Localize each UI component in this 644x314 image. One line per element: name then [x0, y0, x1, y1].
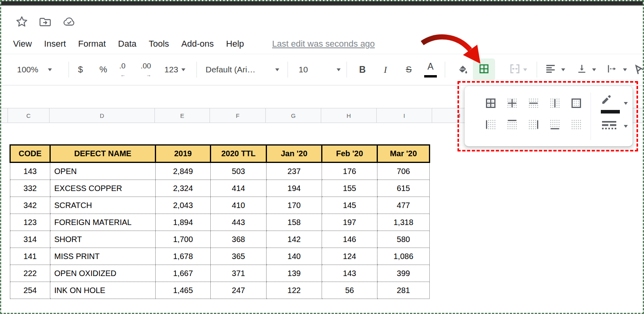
- menu-item-view[interactable]: View: [13, 39, 32, 49]
- table-cell[interactable]: 56: [322, 282, 377, 299]
- font-size-select[interactable]: 10: [296, 54, 341, 85]
- table-cell[interactable]: 342: [10, 197, 50, 214]
- table-cell[interactable]: 146: [322, 231, 377, 248]
- star-icon[interactable]: [15, 15, 28, 28]
- column-header-i[interactable]: I: [377, 108, 432, 123]
- table-cell[interactable]: 332: [10, 180, 50, 197]
- table-cell[interactable]: 222: [10, 265, 50, 282]
- zoom-select[interactable]: 100%: [17, 54, 52, 85]
- table-cell[interactable]: 155: [322, 180, 377, 197]
- format-currency-button[interactable]: $: [78, 54, 83, 85]
- table-header-cell[interactable]: 2019: [156, 145, 211, 163]
- table-cell[interactable]: 706: [377, 163, 430, 180]
- menu-item-data[interactable]: Data: [118, 39, 136, 49]
- table-cell[interactable]: 254: [10, 282, 50, 299]
- table-cell[interactable]: 197: [322, 214, 377, 231]
- column-header-c[interactable]: C: [8, 108, 50, 123]
- table-cell[interactable]: 2,043: [156, 197, 211, 214]
- menu-item-format[interactable]: Format: [78, 39, 106, 49]
- table-cell[interactable]: 615: [377, 180, 430, 197]
- table-cell[interactable]: 237: [267, 163, 322, 180]
- table-cell[interactable]: SHORT: [50, 231, 156, 248]
- decrease-decimal-button[interactable]: .0←: [119, 54, 126, 85]
- last-edit-link[interactable]: Last edit was seconds ago: [272, 39, 375, 49]
- table-cell[interactable]: 194: [267, 180, 322, 197]
- font-select[interactable]: Default (Ari…: [206, 54, 279, 85]
- table-cell[interactable]: OPEN: [50, 163, 156, 180]
- table-cell[interactable]: 123: [10, 214, 50, 231]
- menu-item-add-ons[interactable]: Add-ons: [181, 39, 214, 49]
- table-cell[interactable]: 176: [322, 163, 377, 180]
- vertical-align-dropdown[interactable]: [592, 54, 596, 85]
- table-cell[interactable]: 139: [267, 265, 322, 282]
- table-cell[interactable]: 365: [211, 248, 267, 265]
- bold-button[interactable]: B: [356, 54, 369, 85]
- table-cell[interactable]: 1,894: [156, 214, 211, 231]
- table-cell[interactable]: 314: [10, 231, 50, 248]
- menu-item-tools[interactable]: Tools: [149, 39, 169, 49]
- menu-item-help[interactable]: Help: [226, 39, 244, 49]
- table-cell[interactable]: 580: [377, 231, 430, 248]
- table-cell[interactable]: INK ON HOLE: [50, 282, 156, 299]
- table-cell[interactable]: 1,465: [156, 282, 211, 299]
- column-header-h[interactable]: H: [321, 108, 377, 123]
- text-wrap-button[interactable]: [605, 54, 619, 85]
- table-cell[interactable]: 247: [211, 282, 267, 299]
- table-cell[interactable]: 141: [10, 248, 50, 265]
- table-cell[interactable]: 503: [211, 163, 267, 180]
- table-cell[interactable]: 477: [377, 197, 430, 214]
- table-cell[interactable]: 170: [267, 197, 322, 214]
- table-cell[interactable]: 443: [211, 214, 267, 231]
- table-cell[interactable]: FOREIGN MATERIAL: [50, 214, 156, 231]
- table-cell[interactable]: 142: [267, 231, 322, 248]
- column-header-f[interactable]: F: [210, 108, 266, 123]
- table-cell[interactable]: SCRATCH: [50, 197, 156, 214]
- table-cell[interactable]: OPEN OXIDIZED: [50, 265, 156, 282]
- move-to-folder-icon[interactable]: [38, 15, 52, 28]
- table-header-cell[interactable]: Mar '20: [377, 145, 430, 163]
- table-cell[interactable]: 1,678: [156, 248, 211, 265]
- table-cell[interactable]: 2,849: [156, 163, 211, 180]
- table-cell[interactable]: 410: [211, 197, 267, 214]
- table-cell[interactable]: 140: [267, 248, 322, 265]
- table-header-cell[interactable]: DEFECT NAME: [50, 145, 156, 163]
- table-header-cell[interactable]: 2020 TTL: [211, 145, 267, 163]
- table-cell[interactable]: EXCESS COPPER: [50, 180, 156, 197]
- table-cell[interactable]: 158: [267, 214, 322, 231]
- horizontal-align-button[interactable]: [543, 54, 558, 85]
- table-cell[interactable]: 124: [322, 248, 377, 265]
- increase-decimal-button[interactable]: .00→: [141, 54, 151, 85]
- table-cell[interactable]: 368: [211, 231, 267, 248]
- table-cell[interactable]: 1,086: [377, 248, 430, 265]
- table-cell[interactable]: 371: [211, 265, 267, 282]
- more-formats-button[interactable]: 123: [164, 54, 185, 85]
- table-cell[interactable]: 122: [267, 282, 322, 299]
- column-header-e[interactable]: E: [155, 108, 210, 123]
- text-wrap-dropdown[interactable]: [623, 54, 627, 85]
- table-cell[interactable]: 143: [10, 163, 50, 180]
- format-percent-button[interactable]: %: [99, 54, 107, 85]
- text-rotation-button[interactable]: [632, 54, 644, 85]
- cloud-saved-icon[interactable]: [62, 15, 76, 28]
- table-cell[interactable]: MISS PRINT: [50, 248, 156, 265]
- table-cell[interactable]: 143: [322, 265, 377, 282]
- table-cell[interactable]: 1,700: [156, 231, 211, 248]
- menu-item-insert[interactable]: Insert: [44, 39, 66, 49]
- column-header-g[interactable]: G: [266, 108, 321, 123]
- horizontal-align-dropdown[interactable]: [561, 54, 565, 85]
- table-cell[interactable]: 399: [377, 265, 430, 282]
- column-header-d[interactable]: D: [50, 108, 155, 123]
- table-cell[interactable]: 1,318: [377, 214, 430, 231]
- merge-cells-dropdown[interactable]: [523, 54, 527, 85]
- table-cell[interactable]: 414: [211, 180, 267, 197]
- table-cell[interactable]: 281: [377, 282, 430, 299]
- merge-cells-button[interactable]: [507, 54, 523, 85]
- table-cell[interactable]: 1,667: [156, 265, 211, 282]
- italic-button[interactable]: I: [379, 54, 392, 85]
- vertical-align-button[interactable]: [575, 54, 589, 85]
- table-header-cell[interactable]: Jan '20: [267, 145, 322, 163]
- table-cell[interactable]: 145: [322, 197, 377, 214]
- table-cell[interactable]: 2,324: [156, 180, 211, 197]
- table-header-cell[interactable]: Feb '20: [322, 145, 377, 163]
- table-header-cell[interactable]: CODE: [10, 145, 50, 163]
